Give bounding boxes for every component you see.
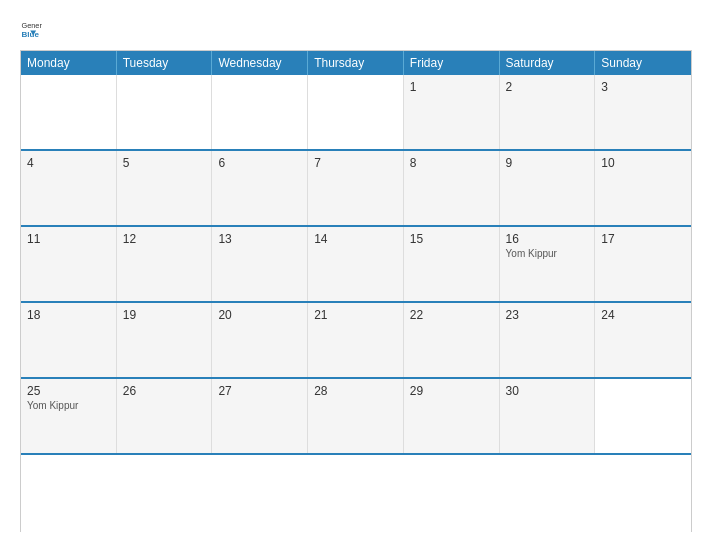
day-number: 1 <box>410 80 493 94</box>
day-number: 12 <box>123 232 206 246</box>
page: General Blue MondayTuesdayWednesdayThurs… <box>0 0 712 550</box>
calendar-cell: 6 <box>212 151 308 225</box>
calendar-cell: 19 <box>117 303 213 377</box>
calendar-cell: 15 <box>404 227 500 301</box>
calendar-cell: 2 <box>500 75 596 149</box>
calendar-event: Yom Kippur <box>27 400 110 411</box>
calendar-cell <box>21 75 117 149</box>
day-number: 19 <box>123 308 206 322</box>
day-number: 23 <box>506 308 589 322</box>
calendar-week: 25Yom Kippur2627282930 <box>21 379 691 455</box>
calendar-cell: 21 <box>308 303 404 377</box>
calendar-cell: 8 <box>404 151 500 225</box>
day-number: 21 <box>314 308 397 322</box>
calendar-header-day: Wednesday <box>212 51 308 75</box>
day-number: 13 <box>218 232 301 246</box>
day-number: 7 <box>314 156 397 170</box>
calendar-cell: 4 <box>21 151 117 225</box>
calendar-cell: 1 <box>404 75 500 149</box>
calendar-body: 12345678910111213141516Yom Kippur1718192… <box>21 75 691 455</box>
day-number: 20 <box>218 308 301 322</box>
calendar-cell <box>117 75 213 149</box>
calendar-week: 18192021222324 <box>21 303 691 379</box>
logo: General Blue <box>20 18 46 40</box>
day-number: 25 <box>27 384 110 398</box>
calendar-cell: 30 <box>500 379 596 453</box>
calendar: MondayTuesdayWednesdayThursdayFridaySatu… <box>20 50 692 532</box>
day-number: 9 <box>506 156 589 170</box>
day-number: 22 <box>410 308 493 322</box>
day-number: 27 <box>218 384 301 398</box>
calendar-header-day: Tuesday <box>117 51 213 75</box>
day-number: 26 <box>123 384 206 398</box>
calendar-cell: 13 <box>212 227 308 301</box>
day-number: 17 <box>601 232 685 246</box>
day-number: 4 <box>27 156 110 170</box>
calendar-cell: 18 <box>21 303 117 377</box>
logo-icon: General Blue <box>20 18 42 40</box>
calendar-header-day: Thursday <box>308 51 404 75</box>
calendar-cell <box>308 75 404 149</box>
calendar-header-day: Friday <box>404 51 500 75</box>
calendar-week: 45678910 <box>21 151 691 227</box>
day-number: 18 <box>27 308 110 322</box>
calendar-header-day: Monday <box>21 51 117 75</box>
calendar-cell: 26 <box>117 379 213 453</box>
calendar-cell: 9 <box>500 151 596 225</box>
svg-text:Blue: Blue <box>21 30 39 39</box>
header: General Blue <box>20 18 692 40</box>
calendar-week: 123 <box>21 75 691 151</box>
calendar-cell: 28 <box>308 379 404 453</box>
calendar-week: 111213141516Yom Kippur17 <box>21 227 691 303</box>
day-number: 2 <box>506 80 589 94</box>
calendar-cell: 3 <box>595 75 691 149</box>
day-number: 6 <box>218 156 301 170</box>
day-number: 16 <box>506 232 589 246</box>
day-number: 3 <box>601 80 685 94</box>
calendar-event: Yom Kippur <box>506 248 589 259</box>
calendar-cell: 11 <box>21 227 117 301</box>
calendar-cell: 22 <box>404 303 500 377</box>
day-number: 10 <box>601 156 685 170</box>
day-number: 28 <box>314 384 397 398</box>
calendar-cell: 29 <box>404 379 500 453</box>
calendar-cell: 16Yom Kippur <box>500 227 596 301</box>
calendar-cell: 25Yom Kippur <box>21 379 117 453</box>
calendar-cell: 27 <box>212 379 308 453</box>
calendar-cell: 20 <box>212 303 308 377</box>
day-number: 14 <box>314 232 397 246</box>
calendar-cell: 7 <box>308 151 404 225</box>
day-number: 30 <box>506 384 589 398</box>
day-number: 11 <box>27 232 110 246</box>
day-number: 5 <box>123 156 206 170</box>
calendar-cell: 10 <box>595 151 691 225</box>
calendar-cell: 24 <box>595 303 691 377</box>
calendar-header-day: Saturday <box>500 51 596 75</box>
calendar-header-row: MondayTuesdayWednesdayThursdayFridaySatu… <box>21 51 691 75</box>
day-number: 15 <box>410 232 493 246</box>
calendar-cell <box>212 75 308 149</box>
day-number: 24 <box>601 308 685 322</box>
day-number: 29 <box>410 384 493 398</box>
calendar-cell: 5 <box>117 151 213 225</box>
calendar-cell <box>595 379 691 453</box>
calendar-cell: 14 <box>308 227 404 301</box>
calendar-cell: 12 <box>117 227 213 301</box>
calendar-cell: 17 <box>595 227 691 301</box>
calendar-header-day: Sunday <box>595 51 691 75</box>
day-number: 8 <box>410 156 493 170</box>
svg-text:General: General <box>21 21 42 30</box>
calendar-cell: 23 <box>500 303 596 377</box>
